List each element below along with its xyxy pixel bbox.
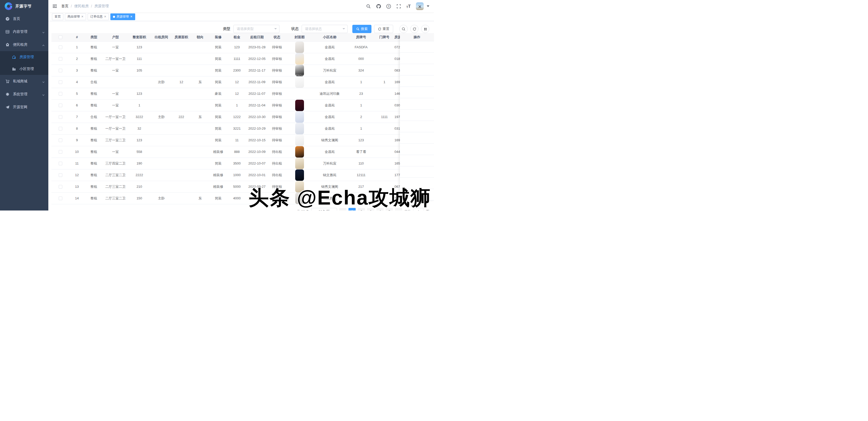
status-select[interactable]: 请选择状态 <box>302 25 348 33</box>
close-icon[interactable]: ✕ <box>104 15 106 18</box>
cell-room_area <box>172 169 191 181</box>
help-icon[interactable]: ? <box>386 4 391 9</box>
search-icon[interactable] <box>366 4 371 9</box>
fullscreen-icon[interactable] <box>396 4 401 9</box>
sidebar-item-rental[interactable]: 便民租房 <box>0 38 48 51</box>
avatar-caret-icon[interactable] <box>427 5 429 7</box>
cover-image[interactable] <box>295 181 304 192</box>
tab-orders[interactable]: 订单信息✕ <box>88 13 109 20</box>
close-icon[interactable]: ✕ <box>130 15 132 18</box>
cover-image[interactable] <box>295 53 304 65</box>
cell-orientation <box>191 88 209 99</box>
cell-community: 金昌苑 <box>312 146 347 158</box>
column-settings-button[interactable] <box>421 25 429 33</box>
page-button-2[interactable]: 2 <box>358 208 365 211</box>
tab-house-management[interactable]: 房源管理✕ <box>111 13 135 20</box>
page-size-select[interactable]: 20条/页 <box>311 208 337 211</box>
cell-layout: 一厅一室一卫 <box>103 123 128 134</box>
font-size-icon[interactable]: TT <box>406 4 411 8</box>
table-row: 9整租三厅一室二卫123简装112022-10-15待审核锦秀文澜阁123169 <box>52 134 421 146</box>
cover-image[interactable] <box>295 123 304 134</box>
cover-image[interactable] <box>295 100 304 111</box>
sidebar-item-official-site[interactable]: 开源官网 <box>0 101 48 114</box>
row-checkbox[interactable] <box>59 127 62 130</box>
avatar[interactable] <box>416 2 424 10</box>
cover-image[interactable] <box>295 76 304 88</box>
page-button-4[interactable]: 4 <box>376 208 383 211</box>
row-checkbox[interactable] <box>59 162 62 165</box>
house-outline-icon <box>12 55 16 59</box>
cover-image[interactable] <box>295 169 304 181</box>
type-select[interactable]: 请选择类型 <box>234 25 279 33</box>
cell-total_area: 123 <box>128 88 151 99</box>
cover-image[interactable] <box>295 158 304 169</box>
prev-page-button[interactable]: ‹ <box>339 208 346 211</box>
cover-image[interactable] <box>295 135 304 146</box>
github-icon[interactable] <box>376 4 381 9</box>
cell-room_area <box>172 134 191 146</box>
sidebar-item-home[interactable]: 首页 <box>0 12 48 25</box>
cell-community: 锦文雅苑 <box>312 169 347 181</box>
column-header: 房屋面积 <box>172 33 191 41</box>
logo[interactable]: 开源字节 <box>0 0 48 12</box>
goto-page-input[interactable] <box>413 208 424 211</box>
page-button-5[interactable]: 5 <box>386 208 393 211</box>
cover-image[interactable] <box>295 146 304 158</box>
sidebar-item-house-management[interactable]: 房源管理 <box>0 51 48 63</box>
row-checkbox[interactable] <box>59 69 62 72</box>
cell-rent_room <box>151 181 172 192</box>
cell-start_date: 2023-01-28 <box>247 41 267 53</box>
row-checkbox[interactable] <box>59 57 62 61</box>
cover-image[interactable]: 404 Not Found <box>295 65 304 76</box>
row-checkbox[interactable] <box>59 150 62 154</box>
sidebar-item-community-management[interactable]: 小区管理 <box>0 63 48 75</box>
cell-room_no: 217 <box>347 181 375 192</box>
tab-home[interactable]: 首页 <box>52 13 63 20</box>
page-button-3[interactable]: 3 <box>367 208 374 211</box>
refresh-button[interactable] <box>410 25 418 33</box>
cell-room_no: 23 <box>347 88 375 99</box>
cell-status: 待审核 <box>267 99 287 111</box>
select-all-checkbox[interactable] <box>59 35 62 39</box>
status-select-placeholder: 请选择状态 <box>305 27 322 31</box>
row-checkbox[interactable] <box>59 185 62 189</box>
cell-rent: 12 <box>227 88 247 99</box>
cover-image[interactable] <box>295 41 304 53</box>
cell-type: 合租 <box>85 76 103 88</box>
sidebar-item-content[interactable]: 内容管理 <box>0 25 48 38</box>
reset-button[interactable]: 重置 <box>374 25 393 33</box>
filter-row: 类型 请选择类型 状态 请选择状态 搜索 重置 <box>48 22 434 33</box>
row-checkbox[interactable] <box>59 45 62 49</box>
column-header: 出租房间 <box>151 33 172 41</box>
row-checkbox[interactable] <box>59 80 62 84</box>
sidebar-item-mall[interactable]: 私域商城 <box>0 75 48 88</box>
column-header: 门牌号 <box>375 33 394 41</box>
page-button-1[interactable]: 1 <box>348 208 356 211</box>
row-checkbox[interactable] <box>59 104 62 107</box>
cell-decoration: 豪装 <box>209 88 227 99</box>
cell-total_area: 1 <box>128 99 151 111</box>
cell-decoration: 简装 <box>209 158 227 169</box>
breadcrumb-item-rental[interactable]: 便民租房 <box>74 4 89 8</box>
cover-image[interactable] <box>295 193 304 204</box>
sidebar-item-label: 开源官网 <box>13 105 27 109</box>
row-checkbox[interactable] <box>59 115 62 119</box>
row-checkbox[interactable] <box>59 197 62 200</box>
breadcrumb-item-home[interactable]: 首页 <box>61 4 68 8</box>
search-button[interactable]: 搜索 <box>352 25 371 33</box>
tab-goods[interactable]: 商品管理✕ <box>65 13 86 20</box>
row-checkbox[interactable] <box>59 92 62 96</box>
next-page-button[interactable]: › <box>395 208 402 211</box>
row-checkbox[interactable] <box>59 173 62 177</box>
cover-image[interactable] <box>295 88 304 99</box>
cover-image[interactable] <box>295 111 304 123</box>
cell-community: 金昌苑 <box>312 41 347 53</box>
cell-decoration: 简装 <box>209 134 227 146</box>
cell-door_no <box>375 146 394 158</box>
sidebar-toggle[interactable] <box>48 4 61 9</box>
cell-room_no: 看了看 <box>347 146 375 158</box>
sidebar-item-system[interactable]: 系统管理 <box>0 88 48 101</box>
close-icon[interactable]: ✕ <box>81 15 84 18</box>
row-checkbox[interactable] <box>59 138 62 142</box>
search-toggle-button[interactable] <box>399 25 408 33</box>
